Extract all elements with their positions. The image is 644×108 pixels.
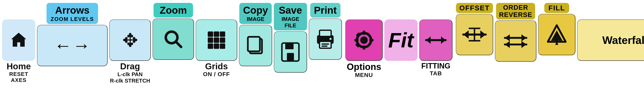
svg-rect-16 bbox=[287, 53, 294, 60]
offset-top-label: OFFSET bbox=[456, 3, 493, 13]
options-group: Options MENU bbox=[345, 3, 383, 78]
svg-rect-21 bbox=[322, 46, 328, 47]
svg-rect-27 bbox=[354, 39, 358, 41]
waterfall-button[interactable]: Waterfall bbox=[577, 19, 644, 61]
fitting-group: FITTING TAB bbox=[419, 3, 452, 77]
save-group: Save IMAGE FILE bbox=[274, 3, 307, 75]
offset-button[interactable] bbox=[456, 14, 493, 55]
arrows-button[interactable]: ← → bbox=[37, 25, 108, 66]
print-icon bbox=[315, 29, 336, 49]
svg-marker-44 bbox=[522, 34, 526, 41]
svg-marker-47 bbox=[505, 41, 510, 48]
fit-button[interactable]: Fit bbox=[384, 19, 418, 61]
grids-group: Grids ON / OFF bbox=[196, 3, 237, 78]
offset-group: OFFSET bbox=[456, 3, 493, 57]
svg-rect-18 bbox=[320, 30, 331, 36]
order-group: ORDERREVERSE bbox=[495, 3, 536, 64]
svg-rect-5 bbox=[220, 31, 225, 37]
arrows-sublabel: ZOOM LEVELS bbox=[51, 16, 94, 22]
arrows-icon: ← → bbox=[54, 35, 90, 56]
arrows-group: Arrows ZOOM LEVELS ← → bbox=[37, 3, 108, 68]
save-icon bbox=[281, 42, 300, 62]
zoom-group: Zoom bbox=[152, 3, 194, 62]
zoom-button[interactable] bbox=[152, 18, 194, 60]
svg-line-2 bbox=[176, 42, 181, 47]
svg-rect-13 bbox=[248, 37, 260, 51]
save-button[interactable] bbox=[274, 31, 307, 73]
fill-button[interactable] bbox=[538, 14, 576, 55]
waterfall-label: Waterfall bbox=[602, 34, 644, 46]
zoom-top-label: Zoom bbox=[154, 3, 193, 18]
save-top-label: Save IMAGE FILE bbox=[274, 3, 307, 30]
svg-rect-3 bbox=[208, 31, 213, 37]
svg-rect-26 bbox=[363, 46, 365, 50]
fill-group: FILL bbox=[538, 3, 576, 57]
drag-icon: ✥ bbox=[122, 29, 138, 51]
fitting-button[interactable] bbox=[419, 19, 452, 61]
home-label: Home RESETAXES bbox=[7, 62, 31, 83]
zoom-icon bbox=[163, 29, 184, 50]
svg-marker-0 bbox=[11, 33, 26, 47]
svg-rect-29 bbox=[356, 32, 361, 37]
svg-rect-28 bbox=[369, 39, 374, 41]
order-top-label: ORDERREVERSE bbox=[496, 3, 535, 19]
fill-icon bbox=[547, 24, 567, 45]
svg-marker-38 bbox=[480, 30, 486, 39]
svg-point-23 bbox=[360, 36, 368, 44]
save-sublabel: IMAGE FILE bbox=[277, 16, 304, 29]
drag-label: Drag L-clk PANR-clk STRETCH bbox=[110, 62, 150, 84]
svg-rect-11 bbox=[220, 44, 225, 49]
options-icon bbox=[354, 30, 374, 51]
order-icon bbox=[503, 33, 528, 49]
options-label: Options MENU bbox=[347, 62, 381, 78]
fitting-main-label: FITTING bbox=[421, 62, 450, 70]
drag-group: ✥ Drag L-clk PANR-clk STRETCH bbox=[109, 3, 151, 84]
copy-top-label: Copy IMAGE bbox=[239, 3, 272, 24]
svg-point-52 bbox=[555, 44, 558, 45]
svg-rect-7 bbox=[214, 37, 219, 43]
svg-rect-20 bbox=[322, 44, 329, 45]
copy-icon bbox=[246, 35, 265, 56]
svg-marker-37 bbox=[463, 30, 469, 39]
drag-button[interactable]: ✥ bbox=[109, 19, 151, 61]
print-top-label: Print bbox=[310, 3, 340, 18]
zoom-label: Zoom bbox=[160, 4, 187, 16]
svg-point-22 bbox=[330, 38, 332, 40]
svg-rect-9 bbox=[208, 44, 213, 49]
arrows-top-label: Arrows ZOOM LEVELS bbox=[46, 3, 98, 24]
svg-rect-4 bbox=[214, 31, 219, 37]
grids-button[interactable] bbox=[196, 19, 237, 61]
order-button[interactable] bbox=[495, 20, 536, 62]
fit-label: Fit bbox=[388, 28, 414, 52]
copy-group: Copy IMAGE bbox=[239, 3, 272, 68]
svg-rect-19 bbox=[320, 41, 331, 48]
save-label: Save bbox=[277, 4, 304, 16]
print-button[interactable] bbox=[309, 18, 342, 60]
fitting-icon bbox=[424, 32, 447, 49]
svg-rect-15 bbox=[285, 43, 294, 49]
options-main-label: Options bbox=[347, 62, 381, 72]
fit-group: Fit bbox=[384, 3, 418, 63]
offset-label: OFFSET bbox=[459, 4, 490, 12]
copy-sublabel: IMAGE bbox=[243, 16, 268, 22]
order-label: ORDERREVERSE bbox=[499, 4, 532, 18]
svg-marker-46 bbox=[522, 41, 526, 48]
svg-marker-35 bbox=[441, 36, 446, 44]
print-group: Print bbox=[309, 3, 342, 62]
print-label: Print bbox=[314, 4, 336, 16]
home-button[interactable] bbox=[2, 19, 35, 61]
options-button[interactable] bbox=[345, 19, 383, 61]
svg-marker-34 bbox=[426, 36, 431, 44]
waterfall-group: Waterfall bbox=[577, 3, 644, 63]
fill-top-label: FILL bbox=[544, 3, 569, 13]
copy-button[interactable] bbox=[239, 25, 272, 66]
fill-label: FILL bbox=[548, 4, 565, 12]
arrows-label: Arrows bbox=[51, 4, 94, 16]
svg-rect-10 bbox=[214, 44, 219, 49]
main-toolbar: Home RESETAXES Arrows ZOOM LEVELS ← → ✥ … bbox=[0, 0, 644, 108]
svg-rect-25 bbox=[363, 31, 365, 35]
grids-label: Grids ON / OFF bbox=[203, 62, 230, 78]
home-group: Home RESETAXES bbox=[2, 3, 35, 83]
fitting-label: FITTING TAB bbox=[421, 62, 450, 77]
svg-rect-8 bbox=[220, 37, 225, 43]
